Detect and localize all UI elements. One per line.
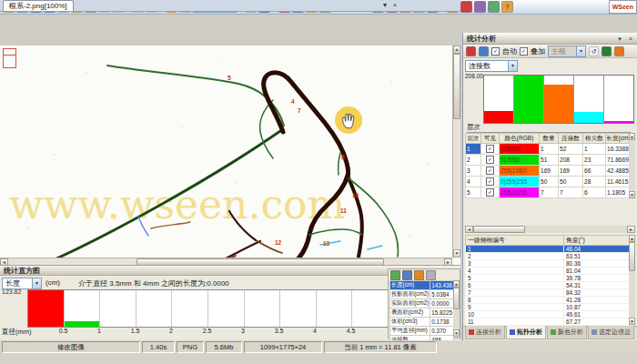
visible-checkbox[interactable]: ✓ <box>486 188 494 197</box>
list-item[interactable]: 体积(cm3)0.1738 <box>390 318 454 327</box>
overlay-checkbox[interactable]: ✓ <box>520 47 528 56</box>
visible-cell[interactable]: ✓ <box>481 166 500 177</box>
list-item[interactable]: 长度(cm)143.436 <box>390 281 454 290</box>
stat-value-cell: 0.1738 <box>430 318 454 327</box>
lateral-root-id-cell: 2 <box>466 253 564 260</box>
tab-close-icon[interactable]: × <box>390 1 399 10</box>
tab-连接分析[interactable]: 连接分析 <box>465 326 505 339</box>
image-canvas-area: www.wseen.com <box>0 46 460 265</box>
level-table-header[interactable]: 长度(cm) <box>606 134 632 144</box>
analysis-metric-select[interactable]: 连接数 ▾ <box>465 60 518 72</box>
visible-cell[interactable]: ✓ <box>481 144 500 155</box>
save-stats-icon[interactable] <box>402 270 412 280</box>
bar-chart-icon[interactable] <box>614 46 624 56</box>
tab-拓扑分析[interactable]: 拓扑分析 <box>506 326 546 339</box>
table-row[interactable]: 4✓0|255|25550502811.4615 <box>466 177 632 187</box>
table-row[interactable]: 654.31 <box>466 282 630 289</box>
table-row[interactable]: 841.28 <box>466 297 630 304</box>
table-row[interactable]: 2✓0|255|0512082371.8669 <box>466 155 632 166</box>
visible-checkbox[interactable]: ✓ <box>486 177 494 186</box>
document-tab[interactable]: 根系-2.png[100%] <box>3 0 74 11</box>
histogram-bin <box>245 290 281 327</box>
visible-cell[interactable]: ✓ <box>481 155 500 166</box>
level-cell[interactable]: 5 <box>466 187 481 198</box>
angle-col-id-header[interactable]: 一级侧根编号 <box>466 236 564 246</box>
chart-bar-level-4 <box>574 112 603 124</box>
table-row[interactable]: 1167.27 <box>466 318 630 326</box>
level-cell[interactable]: 2 <box>466 155 481 166</box>
level-table-header[interactable]: 根尖数 <box>583 134 606 144</box>
visible-cell[interactable]: ✓ <box>481 177 500 187</box>
undo-icon[interactable]: ↺ <box>589 46 599 56</box>
connections-cell: 169 <box>559 166 583 177</box>
stat-value-cell: 0.370 <box>430 327 454 336</box>
analysis-chart-x-label: 层次 <box>467 123 631 133</box>
table-row[interactable]: 5✓255|0|2557761.1805 <box>466 187 632 198</box>
list-item[interactable]: 表面积(cm2)15.8225 <box>390 308 454 318</box>
table-row[interactable]: 1✓255|0|0152116.3388 <box>466 144 632 155</box>
status-cell: 当前 1 mm = 11.81 像素 <box>324 341 437 353</box>
level-cell[interactable]: 4 <box>466 177 481 187</box>
list-item[interactable]: 实际面积(cm2)0.0000 <box>390 299 454 308</box>
global-stats-panel: 长度(cm)143.436投影面积(cm2)5.0384实际面积(cm2)0.0… <box>388 268 460 339</box>
table-row[interactable]: 146.04 <box>466 246 630 253</box>
count-cell: 1 <box>540 144 559 155</box>
visible-checkbox[interactable]: ✓ <box>486 167 494 175</box>
table-row[interactable]: 380.36 <box>466 260 630 268</box>
visible-cell[interactable]: ✓ <box>481 187 500 198</box>
flag-icon[interactable] <box>466 46 476 56</box>
angle-cell: 41.28 <box>564 297 630 304</box>
help-icon[interactable]: ? <box>501 1 513 13</box>
excel-export-icon[interactable] <box>602 46 612 56</box>
settings-gear-icon[interactable] <box>426 270 436 280</box>
root-select[interactable]: 主根 ▾ <box>548 46 586 57</box>
histogram-bin <box>100 290 136 327</box>
connections-cell: 52 <box>559 144 583 155</box>
table-row[interactable]: 784.32 <box>466 289 630 297</box>
tips-cell: 23 <box>583 155 606 166</box>
level-cell[interactable]: 3 <box>466 166 481 177</box>
canvas-vertical-scrollbar[interactable]: ▲ ▼ <box>452 46 460 258</box>
x-tick-label: 1.5 <box>127 328 144 334</box>
level-table-header[interactable]: 可见 <box>481 134 500 144</box>
tab-颜色分析[interactable]: 颜色分析 <box>547 326 587 339</box>
level-table-header[interactable]: 连接数 <box>559 134 583 144</box>
flask-icon[interactable] <box>474 1 486 13</box>
delete-red-icon[interactable] <box>460 1 472 13</box>
hand-cursor <box>335 106 362 134</box>
table-row[interactable]: 1049.61 <box>466 311 630 318</box>
histogram-metric-value: 长度 <box>3 278 32 288</box>
histogram-bin <box>136 290 173 327</box>
auto-checkbox[interactable]: ✓ <box>491 47 500 56</box>
level-table-header[interactable]: 数量 <box>540 134 559 144</box>
level-table-header[interactable]: 颜色(RGB) <box>500 134 540 144</box>
table-row[interactable]: 481.04 <box>466 268 630 275</box>
list-item[interactable]: 平均直径(mm)0.370 <box>390 327 454 336</box>
measure-icon[interactable] <box>479 46 489 56</box>
stats-scrollbar[interactable]: ▲ ▼ <box>453 280 460 337</box>
export-doc-icon[interactable] <box>390 270 400 280</box>
stats-chart-icon[interactable] <box>414 270 424 280</box>
status-cell: 修改图像 <box>2 341 140 353</box>
root-image-canvas[interactable]: www.wseen.com <box>0 46 452 258</box>
angle-col-angle-header[interactable]: 角度(°) <box>564 236 630 246</box>
list-item[interactable]: 投影面积(cm2)5.0384 <box>390 290 454 299</box>
panel-close-icon[interactable]: × <box>626 35 635 44</box>
level-table-scrollbar[interactable]: ▲ ▼ <box>629 133 635 198</box>
stat-value-cell: 15.8225 <box>430 308 454 318</box>
level-table-hscrollbar[interactable]: ◄ ► <box>465 226 635 233</box>
table-row[interactable]: 263.51 <box>466 253 630 260</box>
angle-table-scrollbar[interactable]: ▲ ▼ <box>629 235 635 325</box>
visible-checkbox[interactable]: ✓ <box>486 145 494 153</box>
tab-选定边信息[interactable]: 选定边信息 <box>588 326 634 339</box>
visible-checkbox[interactable]: ✓ <box>486 156 494 164</box>
tab-list-dropdown-icon[interactable]: ▼ <box>380 1 389 10</box>
level-table-header[interactable]: 层次 <box>466 134 481 144</box>
table-row[interactable]: 3✓255|108|01691696642.4885 <box>466 166 632 177</box>
table-row[interactable]: 539.78 <box>466 275 630 282</box>
grid-icon[interactable] <box>488 1 500 13</box>
histogram-bin <box>352 290 388 327</box>
level-cell[interactable]: 1 <box>466 144 481 155</box>
table-row[interactable]: 910.87 <box>466 304 630 311</box>
pin-icon[interactable]: ▾ <box>615 35 624 44</box>
